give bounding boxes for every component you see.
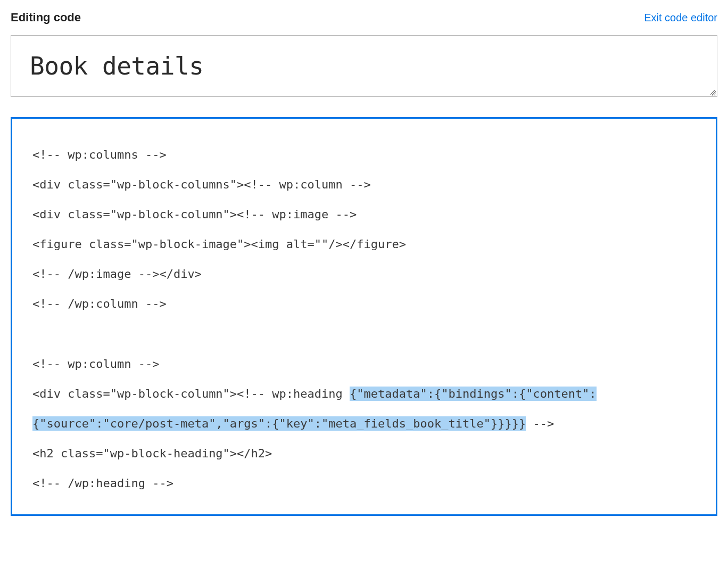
code-editor-textarea[interactable]: <!-- wp:columns --> <div class="wp-block…	[11, 117, 717, 516]
code-line: <!-- /wp:heading -->	[32, 477, 173, 490]
code-line: <h2 class="wp-block-heading"></h2>	[32, 447, 272, 460]
code-line: <div class="wp-block-columns"><!-- wp:co…	[32, 178, 371, 191]
code-line: <!-- /wp:image --></div>	[32, 267, 202, 281]
code-selection: {"source":"core/post-meta","args":{"key"…	[32, 416, 526, 431]
code-line: -->	[526, 417, 554, 430]
editor-mode-label: Editing code	[11, 11, 81, 24]
code-line: <figure class="wp-block-image"><img alt=…	[32, 237, 406, 251]
code-line: <!-- /wp:column -->	[32, 297, 167, 310]
code-line: <div class="wp-block-column"><!-- wp:ima…	[32, 208, 357, 221]
exit-code-editor-link[interactable]: Exit code editor	[644, 12, 717, 24]
code-selection: {"metadata":{"bindings":{"content":	[350, 387, 597, 401]
post-title-field[interactable]: Book details	[11, 35, 717, 97]
post-title-text: Book details	[30, 52, 203, 80]
editor-header: Editing code Exit code editor	[11, 11, 717, 24]
code-line: <!-- wp:column -->	[32, 357, 159, 371]
code-line: <div class="wp-block-column"><!-- wp:hea…	[32, 387, 350, 400]
code-line: <!-- wp:columns -->	[32, 148, 167, 161]
